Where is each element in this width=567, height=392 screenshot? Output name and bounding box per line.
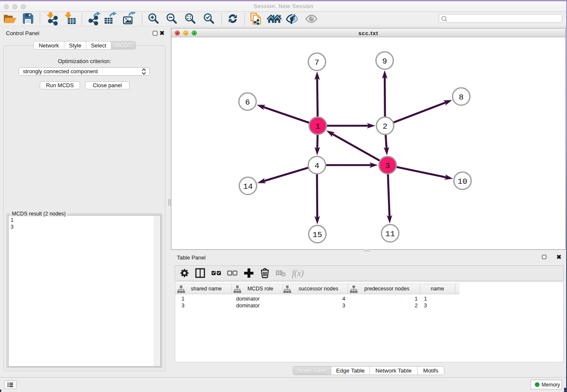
svg-text:10: 10 <box>458 177 468 186</box>
svg-text:3: 3 <box>385 161 390 171</box>
svg-text:11: 11 <box>385 229 395 239</box>
svg-text:14: 14 <box>243 182 253 191</box>
svg-text:2: 2 <box>383 122 387 131</box>
svg-text:9: 9 <box>382 57 387 66</box>
svg-text:15: 15 <box>313 230 322 240</box>
svg-text:4: 4 <box>314 161 319 171</box>
svg-text:f(x): f(x) <box>292 268 304 278</box>
svg-text:1: 1 <box>315 122 320 131</box>
svg-text:7: 7 <box>314 58 319 67</box>
svg-text:8: 8 <box>459 93 463 102</box>
svg-text:6: 6 <box>245 98 250 107</box>
